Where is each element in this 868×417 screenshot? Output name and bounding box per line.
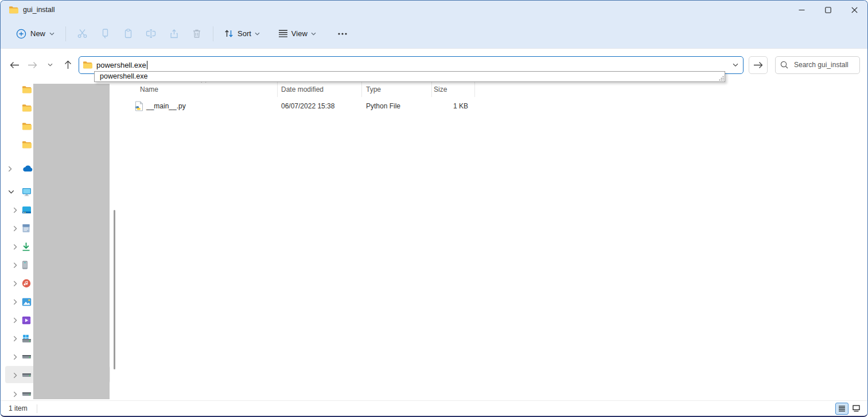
command-toolbar: New Sort View xyxy=(1,19,867,49)
this-pc-icon xyxy=(22,188,32,196)
share-icon xyxy=(169,28,180,39)
view-toggles xyxy=(835,403,863,415)
file-name-cell[interactable]: __main__.py xyxy=(130,101,278,111)
chevron-down-icon xyxy=(49,32,55,36)
toolbar-divider xyxy=(213,26,213,41)
windows-drive-icon xyxy=(22,334,32,343)
mobile-device-icon xyxy=(22,260,28,270)
chevron-right-icon[interactable] xyxy=(13,207,17,213)
view-icon xyxy=(278,29,288,38)
forward-button[interactable] xyxy=(24,57,40,73)
window-title: gui_install xyxy=(23,6,55,14)
go-button[interactable] xyxy=(749,56,768,74)
chevron-right-icon[interactable] xyxy=(8,166,12,172)
paste-icon xyxy=(123,28,134,39)
chevron-right-icon[interactable] xyxy=(13,262,17,268)
file-row[interactable]: __main__.py 06/07/2022 15:38 Python File… xyxy=(130,99,475,113)
folder-icon xyxy=(22,104,32,112)
downloads-icon xyxy=(22,242,30,251)
chevron-right-icon[interactable] xyxy=(13,317,17,324)
chevron-right-icon[interactable] xyxy=(13,354,17,360)
new-button-label: New xyxy=(30,29,45,38)
address-dropdown-chevron[interactable] xyxy=(733,63,738,67)
file-type: Python File xyxy=(362,102,432,110)
up-button[interactable] xyxy=(60,57,76,73)
desktop-icon xyxy=(22,206,32,214)
autocomplete-suggestion[interactable]: powershell.exe xyxy=(95,72,725,81)
column-header-name[interactable]: Name xyxy=(130,82,278,97)
file-explorer-window: gui_install New xyxy=(0,0,868,417)
paste-button[interactable] xyxy=(116,25,139,43)
copy-button[interactable] xyxy=(94,25,116,43)
minimize-button[interactable] xyxy=(788,1,815,19)
sidebar-scrollbar[interactable] xyxy=(114,210,115,369)
up-arrow-icon xyxy=(64,60,72,69)
back-button[interactable] xyxy=(6,57,22,73)
back-arrow-icon xyxy=(10,61,20,69)
chevron-right-icon[interactable] xyxy=(13,244,17,250)
file-name: __main__.py xyxy=(146,102,186,110)
item-count: 1 item xyxy=(9,404,28,412)
folder-icon xyxy=(22,85,32,93)
resize-grip-icon[interactable] xyxy=(718,75,725,81)
status-bar: 1 item xyxy=(1,400,867,416)
large-icons-view-icon xyxy=(853,405,860,412)
new-button[interactable]: New xyxy=(10,25,61,43)
drive-icon xyxy=(22,392,32,396)
drive-icon xyxy=(22,354,32,359)
rename-button[interactable] xyxy=(139,25,162,43)
text-cursor xyxy=(147,61,147,69)
chevron-right-icon[interactable] xyxy=(13,280,17,287)
column-header-type[interactable]: Type xyxy=(362,82,432,97)
chevron-right-icon[interactable] xyxy=(13,391,17,397)
close-icon xyxy=(851,7,858,13)
column-header-size[interactable]: Size xyxy=(432,82,475,97)
details-view-button[interactable] xyxy=(835,403,848,415)
search-icon xyxy=(780,61,788,69)
file-size: 1 KB xyxy=(432,102,475,110)
chevron-down-icon xyxy=(48,63,53,67)
share-button[interactable] xyxy=(162,25,185,43)
more-ellipsis-icon xyxy=(338,33,347,35)
onedrive-cloud-icon xyxy=(22,165,33,172)
chevron-right-icon[interactable] xyxy=(13,225,17,232)
sort-button[interactable]: Sort xyxy=(218,25,266,43)
navigation-sidebar xyxy=(1,80,119,400)
status-divider xyxy=(37,404,37,413)
column-header-date-modified[interactable]: Date modified xyxy=(278,82,362,97)
redacted-labels-overlay xyxy=(33,84,110,399)
folder-icon xyxy=(22,122,32,130)
forward-arrow-icon xyxy=(28,61,37,69)
delete-button[interactable] xyxy=(185,25,208,43)
view-button[interactable]: View xyxy=(273,25,322,43)
address-input-value[interactable]: powershell.exe xyxy=(96,61,146,69)
window-controls xyxy=(788,1,867,19)
details-view-icon xyxy=(838,406,846,412)
drive-icon xyxy=(22,373,32,377)
file-list-pane: Name Date modified Type Size __main__.py… xyxy=(121,80,867,400)
large-icons-view-button[interactable] xyxy=(850,403,863,415)
more-options-button[interactable] xyxy=(331,25,354,43)
sort-icon xyxy=(224,29,234,38)
plus-circle-icon xyxy=(16,29,26,39)
title-bar: gui_install xyxy=(1,1,867,19)
music-icon xyxy=(22,279,31,288)
recent-locations-button[interactable] xyxy=(42,57,59,73)
videos-icon xyxy=(22,316,31,325)
chevron-right-icon[interactable] xyxy=(13,336,17,342)
cut-button[interactable] xyxy=(71,25,94,43)
pictures-icon xyxy=(22,298,32,306)
maximize-button[interactable] xyxy=(815,1,841,19)
chevron-right-icon[interactable] xyxy=(13,372,17,379)
go-arrow-icon xyxy=(753,61,763,69)
folder-icon xyxy=(22,141,32,149)
copy-icon xyxy=(100,28,111,39)
python-file-icon xyxy=(134,101,143,111)
chevron-down-icon[interactable] xyxy=(8,190,14,194)
search-input[interactable] xyxy=(793,60,855,69)
chevron-right-icon[interactable] xyxy=(13,299,17,305)
close-button[interactable] xyxy=(841,1,867,19)
search-box[interactable] xyxy=(775,56,860,74)
folder-icon xyxy=(9,6,18,14)
address-autocomplete-dropdown: powershell.exe xyxy=(94,71,725,82)
